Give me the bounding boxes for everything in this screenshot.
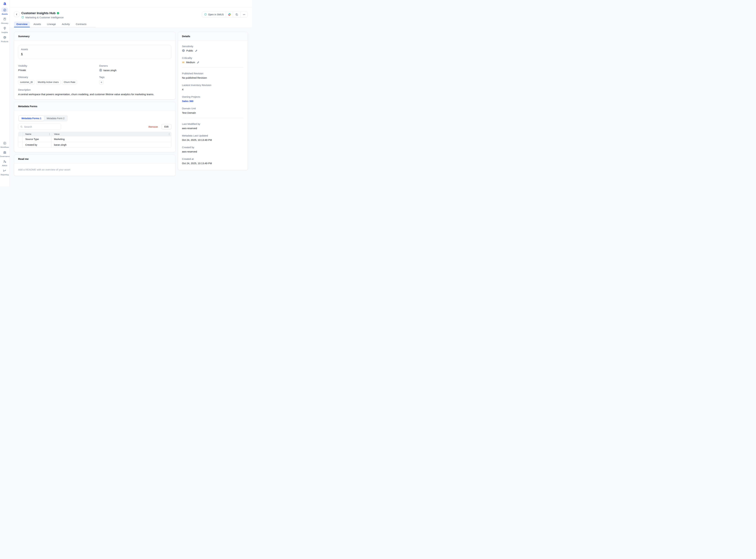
sidebar-item-glossary[interactable]: Glossary — [0, 17, 9, 24]
column-header-value: Value — [54, 133, 60, 135]
lightbulb-bolt-icon — [1, 26, 8, 31]
sidebar-item-reporting[interactable]: Reporting — [0, 168, 9, 176]
sidebar-nav: Assets Glossary Insights Products Workf — [0, 7, 9, 186]
smus-brain-icon — [204, 13, 207, 16]
content-area: Summary Assets 1 Visibility Private Owne… — [9, 27, 252, 186]
metadata-form-tab-1[interactable]: Metadata Forms 1 — [19, 116, 44, 121]
remove-button[interactable]: Remove — [149, 125, 158, 128]
description-label: Description — [18, 88, 171, 91]
criticality-field: Criticality Medium — [182, 57, 244, 64]
criticality-value: Medium — [186, 61, 195, 64]
pencil-icon — [195, 49, 198, 52]
criticality-medium-icon — [182, 61, 185, 64]
pencil-icon — [197, 61, 200, 64]
visibility-label: Visibility — [18, 64, 99, 67]
sensitivity-field: Sensitivity Public — [182, 45, 244, 52]
published-revision-label: Published Revision — [182, 72, 244, 75]
metadata-last-updated-label: Metadata Last Updated — [182, 134, 244, 137]
domain-unit-field: Domain Unit Test Domain — [182, 107, 244, 114]
header-actions: Open in SMUS — [202, 12, 248, 17]
sidebar-item-admin[interactable]: Admin — [0, 159, 9, 166]
published-revision-field: Published Revision No published Revision — [182, 72, 244, 79]
more-menu-button[interactable] — [240, 12, 248, 17]
description-text: A central workspace that powers segmenta… — [18, 93, 171, 96]
sensitivity-label: Sensitivity — [182, 45, 244, 48]
copy-icon — [235, 13, 238, 16]
sidebar-item-workflows[interactable]: Workflows — [0, 141, 9, 148]
main-area: Customer Insights Hub Marketing & Custom… — [9, 0, 252, 186]
sidebar-item-products[interactable]: Products — [0, 35, 9, 43]
table-row[interactable]: Created by karan.singh — [18, 142, 171, 148]
user-avatar-icon — [99, 69, 102, 72]
tab-activity[interactable]: Activity — [60, 22, 72, 27]
metadata-search — [18, 124, 61, 130]
glossary-field: Glossary customer_ID Monthly Active User… — [18, 76, 99, 84]
asset-tabs: Overview Assets Lineage Activity Contrac… — [14, 22, 95, 27]
sidebar-item-assets[interactable]: Assets — [0, 7, 9, 15]
table-row[interactable]: Source Type Marketing — [18, 136, 171, 142]
last-modified-by-value: aws-reserved — [182, 127, 197, 130]
add-tag-button[interactable] — [99, 80, 104, 84]
sidebar-item-governance[interactable]: Governance — [0, 150, 9, 157]
kebab-menu-icon[interactable] — [169, 133, 170, 135]
summary-card: Summary Assets 1 Visibility Private Owne… — [14, 32, 176, 99]
sidebar-item-label: Governance — [0, 155, 10, 157]
app-logo[interactable]: a — [2, 1, 7, 6]
readme-card: Read me Add a README with an overview of… — [14, 155, 176, 176]
readme-body[interactable]: Add a README with an overview of your as… — [14, 163, 175, 176]
visibility-value: Private — [18, 69, 99, 71]
page-title: Customer Insights Hub — [21, 11, 55, 15]
package-icon — [1, 35, 8, 40]
assets-stat-label: Assets — [21, 48, 169, 51]
sidebar-item-insights[interactable]: Insights — [0, 26, 9, 33]
owners-field: Owners karan.singh — [99, 64, 171, 72]
sidebar-item-label: Products — [1, 41, 8, 43]
top-bar — [9, 0, 252, 7]
sidebar: a Assets Glossary Insights Products — [0, 0, 9, 186]
metadata-forms-card-header: Metadata Forms — [14, 102, 175, 111]
open-in-smus-button[interactable]: Open in SMUS — [202, 12, 226, 17]
domain-unit-label: Domain Unit — [182, 107, 244, 110]
plus-icon — [100, 81, 103, 83]
tab-lineage[interactable]: Lineage — [45, 22, 58, 27]
slack-icon — [228, 13, 231, 16]
sidebar-item-label: Glossary — [1, 22, 8, 24]
table-gutter-cell — [18, 136, 23, 142]
criticality-label: Criticality — [182, 57, 244, 59]
sidebar-item-label: Workflows — [0, 146, 9, 148]
domain-brain-icon — [21, 16, 24, 19]
open-in-smus-label: Open in SMUS — [208, 13, 224, 16]
kebab-menu-icon[interactable] — [49, 133, 50, 135]
details-title: Details — [182, 35, 190, 38]
search-input[interactable] — [24, 125, 59, 128]
metadata-table-header: Name Value — [18, 132, 171, 136]
sidebar-item-label: Reporting — [1, 174, 9, 176]
app-logo-dot — [4, 3, 5, 4]
slack-button[interactable] — [226, 12, 233, 17]
sidebar-item-label: Admin — [2, 164, 7, 166]
search-icon — [20, 126, 23, 128]
owning-project-link[interactable]: Sales 360 — [182, 100, 193, 103]
metadata-last-updated-field: Metadata Last Updated Oct 24, 2025, 10:1… — [182, 134, 244, 141]
glossary-term-chip[interactable]: Churn Rate — [62, 80, 77, 84]
edit-criticality-button[interactable] — [197, 61, 200, 64]
glossary-term-chip[interactable]: customer_ID — [18, 80, 35, 84]
readme-card-header: Read me — [14, 155, 175, 163]
tab-contracts[interactable]: Contracts — [73, 22, 89, 27]
metadata-forms-title: Metadata Forms — [18, 105, 37, 108]
published-revision-value: No published Revision — [182, 76, 207, 79]
cell-name: Created by — [25, 143, 37, 146]
page-header: Customer Insights Hub Marketing & Custom… — [9, 7, 252, 27]
tab-overview[interactable]: Overview — [14, 22, 30, 27]
table-gutter-column — [18, 132, 23, 136]
back-button[interactable] — [14, 12, 19, 17]
chart-trend-icon — [1, 168, 8, 173]
glossary-term-chip[interactable]: Monthly Active Users — [36, 80, 61, 84]
edit-sensitivity-button[interactable] — [195, 49, 198, 52]
tab-assets[interactable]: Assets — [31, 22, 43, 27]
edit-button[interactable]: Edit — [161, 124, 171, 129]
last-modified-by-label: Last Modified by — [182, 122, 244, 125]
copy-button[interactable] — [233, 12, 240, 17]
sensitivity-value: Public — [186, 49, 193, 52]
metadata-form-tab-2[interactable]: Metadata Form 2 — [44, 116, 67, 121]
